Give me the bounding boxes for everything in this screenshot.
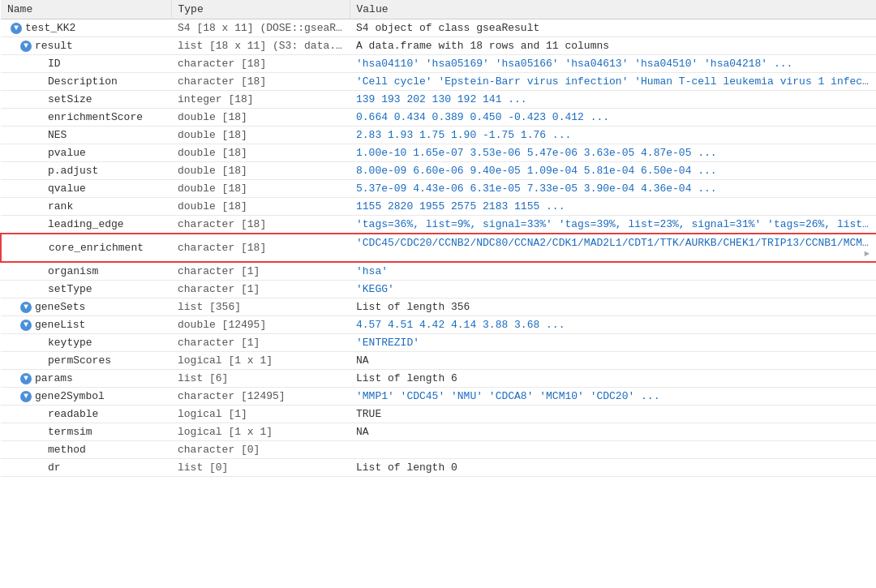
cell-type: double [18] [171,127,350,144]
cell-name: ▼params [1,370,171,388]
cell-type: S4 [18 x 11] (DOSE::gseaResult) [171,19,350,37]
table-row[interactable]: ▼gene2Symbolcharacter [12495]'MMP1' 'CDC… [1,388,876,406]
scroll-right-icon: ► [864,249,870,259]
table-row[interactable]: drlist [0]List of length 0 [1,459,876,477]
expand-icon[interactable]: ▼ [20,391,32,402]
cell-type: double [18] [171,144,350,162]
table-row[interactable]: p.adjustdouble [18]8.00e-09 6.60e-06 9.4… [1,162,876,180]
row-name-label: setType [48,283,92,295]
row-name-label: Description [48,75,118,88]
cell-name: termsim [1,423,171,441]
cell-value: 'tags=36%, list=9%, signal=33%' 'tags=39… [350,216,876,234]
row-name-label: setSize [48,93,92,105]
row-name-label: geneList [35,319,85,331]
cell-type: list [356] [171,298,350,316]
table-header: Name Type Value [1,0,876,19]
environment-pane: Name Type Value ▼test_KK2S4 [18 x 11] (D… [0,0,876,588]
table-row[interactable]: organismcharacter [1]'hsa' [1,262,876,281]
table-row[interactable]: leading_edgecharacter [18]'tags=36%, lis… [1,216,876,234]
col-header-type: Type [171,0,350,19]
expand-icon[interactable]: ▼ [20,373,32,384]
cell-name: ▼geneSets [1,298,171,316]
cell-value: 'CDC45/CDC20/CCNB2/NDC80/CCNA2/CDK1/MAD2… [350,234,876,262]
col-header-name: Name [1,0,171,19]
cell-name: method [1,441,171,459]
cell-name: p.adjust [1,162,171,180]
cell-type: integer [18] [171,91,350,109]
cell-value: List of length 0 [350,459,876,477]
cell-name: core_enrichment [1,234,171,262]
row-name-label: result [35,40,73,52]
cell-name: Description [1,73,171,91]
table-row[interactable]: readablelogical [1]TRUE [1,406,876,423]
table-row[interactable]: Descriptioncharacter [18]'Cell cycle' 'E… [1,73,876,91]
table-row[interactable]: qvaluedouble [18]5.37e-09 4.43e-06 6.31e… [1,180,876,198]
cell-name: rank [1,198,171,216]
expand-icon[interactable]: ▼ [11,23,22,34]
cell-name: setSize [1,91,171,109]
table-row[interactable]: ▼paramslist [6]List of length 6 [1,370,876,388]
row-name-label: organism [48,265,98,277]
cell-value: 0.664 0.434 0.389 0.450 -0.423 0.412 ... [350,109,876,127]
cell-value: 5.37e-09 4.43e-06 6.31e-05 7.33e-05 3.90… [350,180,876,198]
cell-value: A data.frame with 18 rows and 11 columns [350,37,876,55]
expand-icon[interactable]: ▼ [20,320,32,331]
row-name-label: pvalue [48,147,86,159]
table-row[interactable]: setTypecharacter [1]'KEGG' [1,281,876,298]
cell-type: double [18] [171,109,350,127]
table-row[interactable]: IDcharacter [18]'hsa04110' 'hsa05169' 'h… [1,55,876,73]
cell-type: list [6] [171,370,350,388]
cell-type: character [18] [171,55,350,73]
row-name-label: ID [48,58,61,70]
cell-value: 8.00e-09 6.60e-06 9.40e-05 1.09e-04 5.81… [350,162,876,180]
row-name-label: readable [48,408,98,420]
row-name-label: params [35,372,73,384]
row-name-label: geneSets [35,301,85,313]
table-row[interactable]: NESdouble [18]2.83 1.93 1.75 1.90 -1.75 … [1,127,876,144]
table-row[interactable]: methodcharacter [0] [1,441,876,459]
cell-value: 1.00e-10 1.65e-07 3.53e-06 5.47e-06 3.63… [350,144,876,162]
col-header-value: Value [350,0,876,19]
cell-name: organism [1,262,171,281]
cell-value: NA [350,352,876,370]
table-row[interactable]: termsimlogical [1 x 1]NA [1,423,876,441]
row-name-label: NES [48,129,67,141]
cell-type: character [18] [171,216,350,234]
cell-type: double [12495] [171,316,350,334]
cell-type: double [18] [171,198,350,216]
cell-name: readable [1,406,171,423]
table-row[interactable]: ▼geneListdouble [12495]4.57 4.51 4.42 4.… [1,316,876,334]
table-row[interactable]: permScoreslogical [1 x 1]NA [1,352,876,370]
row-name-label: dr [48,461,61,474]
table-row[interactable]: ▼resultlist [18 x 11] (S3: data.frame)A … [1,37,876,55]
table-row[interactable]: core_enrichmentcharacter [18]'CDC45/CDC2… [1,234,876,262]
table-row[interactable]: enrichmentScoredouble [18]0.664 0.434 0.… [1,109,876,127]
cell-type: logical [1 x 1] [171,423,350,441]
row-name-label: test_KK2 [25,22,75,34]
expand-icon[interactable]: ▼ [20,41,32,52]
cell-name: enrichmentScore [1,109,171,127]
table-row[interactable]: ▼geneSetslist [356]List of length 356 [1,298,876,316]
cell-value: 'KEGG' [350,281,876,298]
row-name-label: enrichmentScore [48,111,143,123]
table-row[interactable]: pvaluedouble [18]1.00e-10 1.65e-07 3.53e… [1,144,876,162]
table-row[interactable]: setSizeinteger [18]139 193 202 130 192 1… [1,91,876,109]
row-name-label: method [48,444,86,456]
cell-name: leading_edge [1,216,171,234]
cell-name: ▼gene2Symbol [1,388,171,406]
expand-icon[interactable]: ▼ [20,302,32,313]
cell-type: character [0] [171,441,350,459]
cell-type: list [18 x 11] (S3: data.frame) [171,37,350,55]
table-row[interactable]: ▼test_KK2S4 [18 x 11] (DOSE::gseaResult)… [1,19,876,37]
cell-name: setType [1,281,171,298]
cell-value: 'ENTREZID' [350,334,876,352]
cell-type: character [18] [171,73,350,91]
cell-name: ID [1,55,171,73]
row-name-label: core_enrichment [49,242,144,254]
table-row[interactable]: rankdouble [18]1155 2820 1955 2575 2183 … [1,198,876,216]
table-row[interactable]: keytypecharacter [1]'ENTREZID' [1,334,876,352]
row-name-label: p.adjust [48,165,98,177]
cell-name: pvalue [1,144,171,162]
cell-value: TRUE [350,406,876,423]
cell-value: 139 193 202 130 192 141 ... [350,91,876,109]
